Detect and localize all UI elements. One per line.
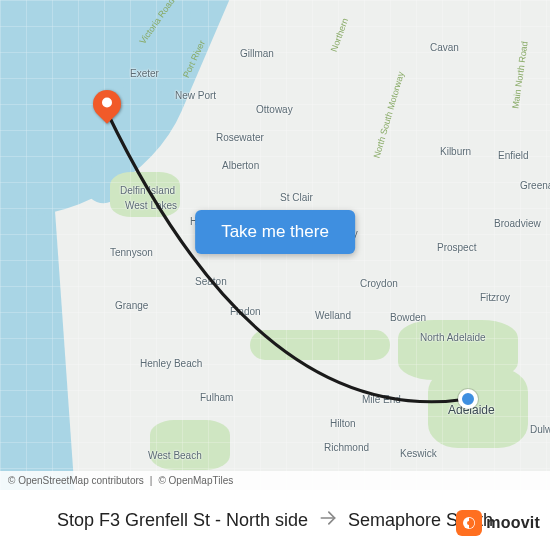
- suburb-label: Henley Beach: [140, 358, 202, 369]
- suburb-label: Fitzroy: [480, 292, 510, 303]
- suburb-label: North Adelaide: [420, 332, 486, 343]
- suburb-label: Croydon: [360, 278, 398, 289]
- suburb-label: Seaton: [195, 276, 227, 287]
- suburb-label: Richmond: [324, 442, 369, 453]
- suburb-label: Findon: [230, 306, 261, 317]
- suburb-label: Prospect: [437, 242, 476, 253]
- suburb-label: Gillman: [240, 48, 274, 59]
- suburb-label: Exeter: [130, 68, 159, 79]
- suburb-label: Broadview: [494, 218, 541, 229]
- suburb-label: Mile End: [362, 394, 401, 405]
- map-attribution: © OpenStreetMap contributors | © OpenMap…: [0, 471, 550, 490]
- suburb-label: New Port: [175, 90, 216, 101]
- suburb-label: Tennyson: [110, 247, 153, 258]
- suburb-label: Delfin Island: [120, 185, 175, 196]
- suburb-label: Dulwich: [530, 424, 550, 435]
- map-viewport[interactable]: ExeterNew PortGillmanOttowayRosewaterAlb…: [0, 0, 550, 490]
- arrow-icon: [318, 508, 338, 532]
- moovit-brand[interactable]: moovit: [456, 510, 540, 536]
- suburb-label: Enfield: [498, 150, 529, 161]
- moovit-label: moovit: [486, 514, 540, 532]
- suburb-label: Alberton: [222, 160, 259, 171]
- svg-point-2: [467, 521, 471, 525]
- suburb-label: Cavan: [430, 42, 459, 53]
- suburb-label: St Clair: [280, 192, 313, 203]
- suburb-label: Rosewater: [216, 132, 264, 143]
- origin-marker[interactable]: [458, 389, 478, 409]
- destination-pin[interactable]: [93, 90, 121, 118]
- moovit-icon: [456, 510, 482, 536]
- suburb-label: Grange: [115, 300, 148, 311]
- attr-omt[interactable]: © OpenMapTiles: [158, 475, 233, 486]
- suburb-label: West Lakes: [125, 200, 177, 211]
- attr-osm[interactable]: © OpenStreetMap contributors: [8, 475, 144, 486]
- suburb-label: Welland: [315, 310, 351, 321]
- suburb-label: West Beach: [148, 450, 202, 461]
- suburb-label: Bowden: [390, 312, 426, 323]
- suburb-label: Kilburn: [440, 146, 471, 157]
- take-me-there-button[interactable]: Take me there: [195, 210, 355, 254]
- suburb-label: Fulham: [200, 392, 233, 403]
- suburb-label: Keswick: [400, 448, 437, 459]
- suburb-label: Ottoway: [256, 104, 293, 115]
- suburb-label: Hilton: [330, 418, 356, 429]
- suburb-label: Greenacr: [520, 180, 550, 191]
- route-from: Stop F3 Grenfell St - North side: [57, 510, 308, 531]
